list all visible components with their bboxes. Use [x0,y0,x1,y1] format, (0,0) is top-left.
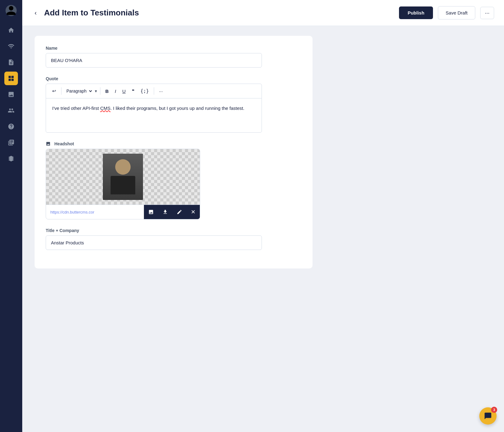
headshot-label: Headshot [46,141,301,146]
blockquote-button[interactable]: ❝ [129,86,137,96]
sidebar-item-media[interactable] [4,88,18,101]
name-label: Name [46,46,301,51]
quote-editor: ↩ Paragraph Heading 1 Heading 2 Heading … [46,84,262,133]
undo-icon: ↩ [52,88,56,94]
stacks-icon [8,155,15,162]
title-company-input[interactable] [46,235,262,250]
toolbar-divider-2 [100,87,100,95]
image-edit-button[interactable] [172,205,187,219]
user-icon [6,5,17,16]
image-url-bar: https://cdn.buttercms.cor ✕ [46,205,200,219]
bold-icon: B [105,89,109,94]
edit-icon [177,209,182,215]
title-company-label-text: Title + Company [46,228,79,233]
code-button[interactable]: {;} [138,86,151,96]
image-download-button[interactable] [158,205,172,219]
more-toolbar-button[interactable]: ··· [157,87,166,96]
more-options-button[interactable]: ··· [480,7,494,19]
chat-widget: 3 [479,407,497,425]
quote-cms-word: CMS [100,106,110,111]
sidebar-item-stacks[interactable] [4,152,18,165]
sidebar-item-cms[interactable] [4,39,18,53]
back-button[interactable]: ‹ [32,8,39,18]
image-select-button[interactable] [144,205,158,219]
toolbar-divider-3 [154,87,154,95]
title-company-label: Title + Company [46,228,301,233]
quote-text-2: . I liked their programs, but I got your… [111,106,245,111]
image-upload-area: https://cdn.buttercms.cor ✕ [46,149,200,219]
home-icon [8,27,15,34]
save-draft-button[interactable]: Save Draft [438,6,475,19]
underline-icon: U [122,89,126,94]
publish-button[interactable]: Publish [399,6,433,19]
form-card: Name Quote ↩ Paragraph [35,36,313,268]
quote-label-text: Quote [46,76,58,81]
headshot-image [103,154,143,200]
signal-icon [8,43,15,50]
download-icon [162,209,168,215]
name-label-text: Name [46,46,57,51]
library-icon [8,139,15,146]
person-head [115,159,131,175]
quote-label: Quote [46,76,301,81]
italic-button[interactable]: I [112,87,119,96]
page-title: Add Item to Testimonials [44,8,394,18]
chat-icon [484,412,492,420]
page-content-area: Name Quote ↩ Paragraph [22,26,504,432]
users-icon [8,107,15,114]
sidebar-item-help[interactable] [4,120,18,133]
image-remove-button[interactable]: ✕ [187,205,200,219]
blockquote-icon: ❝ [132,88,134,94]
main-content: ‹ Add Item to Testimonials Publish Save … [22,0,504,432]
sidebar-item-collections[interactable] [4,72,18,85]
avatar[interactable] [6,5,17,16]
code-icon: {;} [141,88,149,94]
dropdown-arrow-icon: ▾ [94,89,98,93]
bold-button[interactable]: B [103,87,111,96]
image-preview [46,149,200,205]
italic-icon: I [115,89,116,94]
chat-badge: 3 [491,407,497,413]
image-select-icon [148,209,154,215]
quote-field-group: Quote ↩ Paragraph Heading 1 Heading 2 He… [46,76,301,133]
name-field-group: Name [46,46,301,68]
grid-icon [8,75,15,82]
more-toolbar-icon: ··· [159,89,163,94]
undo-button[interactable]: ↩ [50,86,59,96]
page-header: ‹ Add Item to Testimonials Publish Save … [22,0,504,26]
paragraph-select[interactable]: Paragraph Heading 1 Heading 2 Heading 3 [64,87,93,95]
sidebar-item-pages[interactable] [4,56,18,69]
underline-button[interactable]: U [120,87,128,96]
image-label-icon [46,141,51,146]
headshot-label-text: Headshot [54,141,74,146]
quote-content[interactable]: I've tried other API-first CMS. I liked … [46,98,262,132]
chat-button[interactable]: 3 [479,407,497,425]
sidebar-item-home[interactable] [4,23,18,37]
person-body [111,176,135,194]
sidebar-item-library[interactable] [4,136,18,149]
help-icon [8,123,15,130]
sidebar [0,0,22,432]
quote-text-1: I've tried other API-first [52,106,100,111]
headshot-field-group: Headshot https://cdn.buttercms.cor [46,141,301,219]
sidebar-item-users[interactable] [4,104,18,117]
pages-icon [8,59,15,66]
editor-toolbar: ↩ Paragraph Heading 1 Heading 2 Heading … [46,84,262,98]
image-action-buttons: ✕ [144,205,200,219]
name-input[interactable] [46,53,262,68]
media-icon [8,91,15,98]
person-photo [103,154,143,200]
title-company-field-group: Title + Company [46,228,301,250]
image-url-text: https://cdn.buttercms.cor [46,206,144,218]
toolbar-divider-1 [61,87,61,95]
